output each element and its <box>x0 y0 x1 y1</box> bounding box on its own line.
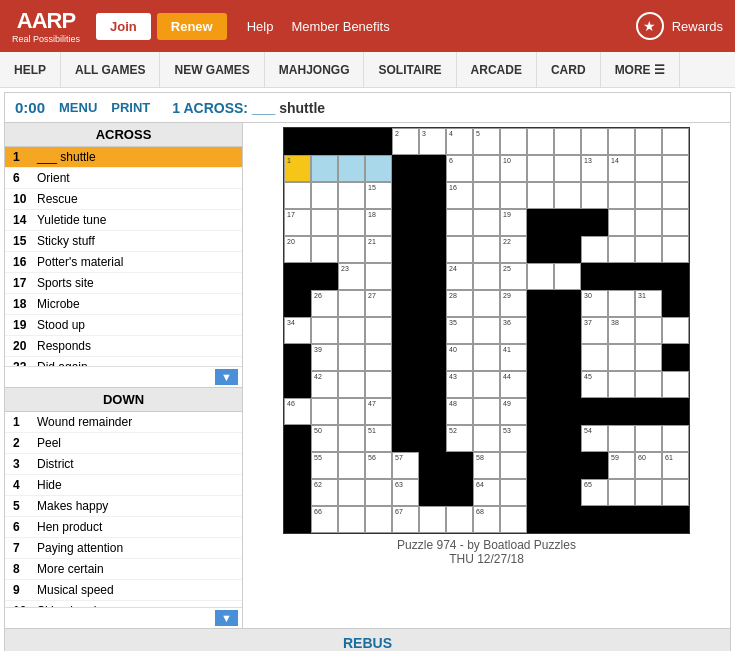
clue-item-across-18[interactable]: 18 Microbe <box>5 294 242 315</box>
rebus-button[interactable]: REBUS <box>5 628 730 651</box>
nav-card[interactable]: CARD <box>537 52 601 87</box>
cell-0-9[interactable] <box>527 128 554 155</box>
cell-2-3[interactable]: 15 <box>365 182 392 209</box>
cell-3-2[interactable] <box>338 209 365 236</box>
cell-2-10[interactable] <box>554 182 581 209</box>
cell-7-7[interactable] <box>473 317 500 344</box>
cell-12-13[interactable]: 60 <box>635 452 662 479</box>
cell-8-1[interactable]: 39 <box>311 344 338 371</box>
cell-8-3[interactable] <box>365 344 392 371</box>
cell-10-6[interactable]: 48 <box>446 398 473 425</box>
cell-13-4[interactable]: 63 <box>392 479 419 506</box>
cell-3-7[interactable] <box>473 209 500 236</box>
cell-4-6[interactable] <box>446 236 473 263</box>
renew-button[interactable]: Renew <box>157 13 227 40</box>
nav-help[interactable]: HELP <box>0 52 61 87</box>
cell-1-0[interactable]: 1 <box>284 155 311 182</box>
cell-2-8[interactable] <box>500 182 527 209</box>
cell-6-2[interactable] <box>338 290 365 317</box>
cell-13-3[interactable] <box>365 479 392 506</box>
cell-12-3[interactable]: 56 <box>365 452 392 479</box>
cell-13-1[interactable]: 62 <box>311 479 338 506</box>
cell-3-13[interactable] <box>635 209 662 236</box>
cell-10-1[interactable] <box>311 398 338 425</box>
cell-2-9[interactable] <box>527 182 554 209</box>
cell-7-8[interactable]: 36 <box>500 317 527 344</box>
cell-8-7[interactable] <box>473 344 500 371</box>
cell-12-8[interactable] <box>500 452 527 479</box>
cell-1-14[interactable] <box>662 155 689 182</box>
cell-3-6[interactable] <box>446 209 473 236</box>
cell-13-11[interactable]: 65 <box>581 479 608 506</box>
cell-5-8[interactable]: 25 <box>500 263 527 290</box>
cell-3-0[interactable]: 17 <box>284 209 311 236</box>
cell-3-8[interactable]: 19 <box>500 209 527 236</box>
cell-11-11[interactable]: 54 <box>581 425 608 452</box>
cell-6-13[interactable]: 31 <box>635 290 662 317</box>
cell-7-1[interactable] <box>311 317 338 344</box>
clue-item-across-20[interactable]: 20 Responds <box>5 336 242 357</box>
cell-0-7[interactable]: 5 <box>473 128 500 155</box>
clue-item-down-3[interactable]: 3 District <box>5 454 242 475</box>
cell-2-1[interactable] <box>311 182 338 209</box>
cell-6-1[interactable]: 26 <box>311 290 338 317</box>
cell-7-2[interactable] <box>338 317 365 344</box>
menu-button[interactable]: MENU <box>59 100 97 115</box>
cell-9-6[interactable]: 43 <box>446 371 473 398</box>
cell-2-11[interactable] <box>581 182 608 209</box>
cell-13-8[interactable] <box>500 479 527 506</box>
clue-item-down-2[interactable]: 2 Peel <box>5 433 242 454</box>
join-button[interactable]: Join <box>96 13 151 40</box>
cell-8-8[interactable]: 41 <box>500 344 527 371</box>
clue-item-across-1[interactable]: 1 ___ shuttle <box>5 147 242 168</box>
cell-5-7[interactable] <box>473 263 500 290</box>
clue-item-across-10[interactable]: 10 Rescue <box>5 189 242 210</box>
cell-2-7[interactable] <box>473 182 500 209</box>
cell-4-7[interactable] <box>473 236 500 263</box>
cell-1-6[interactable]: 6 <box>446 155 473 182</box>
cell-11-14[interactable] <box>662 425 689 452</box>
clue-item-across-15[interactable]: 15 Sticky stuff <box>5 231 242 252</box>
crossword-grid[interactable]: 2345161013141516171819202122232425262728… <box>283 127 690 534</box>
nav-all-games[interactable]: ALL GAMES <box>61 52 160 87</box>
cell-10-7[interactable] <box>473 398 500 425</box>
clue-item-down-7[interactable]: 7 Paying attention <box>5 538 242 559</box>
cell-8-13[interactable] <box>635 344 662 371</box>
rewards-label[interactable]: Rewards <box>672 19 723 34</box>
clue-item-across-14[interactable]: 14 Yuletide tune <box>5 210 242 231</box>
clue-item-across-16[interactable]: 16 Potter's material <box>5 252 242 273</box>
cell-13-13[interactable] <box>635 479 662 506</box>
cell-9-12[interactable] <box>608 371 635 398</box>
cell-5-2[interactable]: 23 <box>338 263 365 290</box>
member-benefits-link[interactable]: Member Benefits <box>291 19 389 34</box>
cell-4-1[interactable] <box>311 236 338 263</box>
cell-9-8[interactable]: 44 <box>500 371 527 398</box>
cell-1-9[interactable] <box>527 155 554 182</box>
clue-item-down-8[interactable]: 8 More certain <box>5 559 242 580</box>
cell-7-14[interactable] <box>662 317 689 344</box>
cell-1-13[interactable] <box>635 155 662 182</box>
nav-arcade[interactable]: ARCADE <box>457 52 537 87</box>
cell-1-10[interactable] <box>554 155 581 182</box>
cell-14-7[interactable]: 68 <box>473 506 500 533</box>
cell-11-12[interactable] <box>608 425 635 452</box>
clue-item-down-5[interactable]: 5 Makes happy <box>5 496 242 517</box>
nav-mahjongg[interactable]: MAHJONGG <box>265 52 365 87</box>
cell-12-12[interactable]: 59 <box>608 452 635 479</box>
cell-0-5[interactable]: 3 <box>419 128 446 155</box>
cell-1-7[interactable] <box>473 155 500 182</box>
cell-7-0[interactable]: 34 <box>284 317 311 344</box>
cell-3-1[interactable] <box>311 209 338 236</box>
cell-14-8[interactable] <box>500 506 527 533</box>
cell-5-10[interactable] <box>554 263 581 290</box>
cell-4-14[interactable] <box>662 236 689 263</box>
cell-4-12[interactable] <box>608 236 635 263</box>
cell-2-0[interactable] <box>284 182 311 209</box>
cell-11-13[interactable] <box>635 425 662 452</box>
cell-2-6[interactable]: 16 <box>446 182 473 209</box>
cell-8-12[interactable] <box>608 344 635 371</box>
cell-12-1[interactable]: 55 <box>311 452 338 479</box>
clue-item-across-17[interactable]: 17 Sports site <box>5 273 242 294</box>
nav-more[interactable]: MORE ☰ <box>601 52 680 87</box>
cell-11-3[interactable]: 51 <box>365 425 392 452</box>
